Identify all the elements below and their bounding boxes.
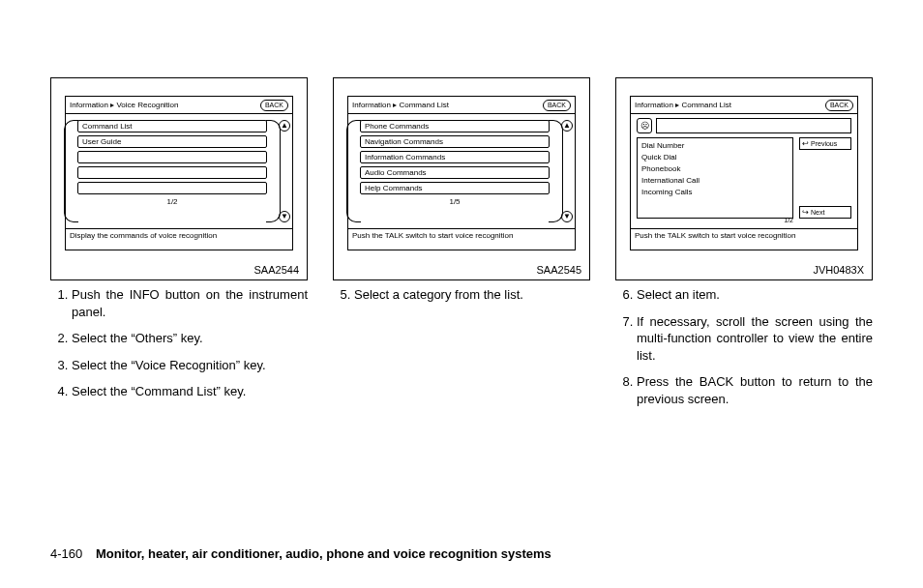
- manual-page: Information ▸ Voice Recognition BACK Com…: [0, 0, 923, 588]
- pager: 1/2: [77, 197, 267, 206]
- list-item[interactable]: Quick Dial: [641, 152, 789, 163]
- figure-caption: SAA2545: [537, 264, 581, 276]
- previous-button[interactable]: ↩Previous: [799, 137, 851, 150]
- pager: 1/5: [360, 197, 550, 206]
- scroll-arrows: ▲ ▼: [279, 114, 292, 228]
- status-bar: Display the commands of voice recognitio…: [66, 228, 292, 244]
- page-footer: 4-160 Monitor, heater, air conditioner, …: [50, 546, 551, 561]
- status-bar: Push the TALK switch to start voice reco…: [348, 228, 575, 244]
- list-item[interactable]: [77, 166, 267, 179]
- columns: Information ▸ Voice Recognition BACK Com…: [50, 77, 873, 417]
- speak-field[interactable]: [656, 118, 851, 133]
- step-3: Select the “Voice Recognition” key.: [72, 357, 308, 374]
- figure-c: Information ▸ Command List BACK ☹ Dial N…: [615, 77, 873, 280]
- column-2: Information ▸ Command List BACK Phone Co…: [333, 77, 590, 417]
- list-item[interactable]: Help Commands: [360, 182, 550, 194]
- list-item[interactable]: Phone Commands: [360, 120, 550, 132]
- list-item[interactable]: [77, 182, 267, 194]
- section-title: Monitor, heater, air conditioner, audio,…: [96, 546, 551, 561]
- talk-icon[interactable]: ☹: [637, 118, 652, 133]
- breadcrumb: Information ▸ Voice Recognition: [70, 101, 179, 109]
- previous-label: Previous: [811, 140, 837, 147]
- figure-caption: SAA2544: [254, 264, 299, 276]
- curve-left: [66, 114, 75, 228]
- list-item[interactable]: International Call: [641, 175, 789, 187]
- menu-list: Command List User Guide 1/2: [75, 114, 269, 228]
- next-label: Next: [811, 209, 824, 216]
- column-1: Information ▸ Voice Recognition BACK Com…: [50, 77, 308, 417]
- back-button[interactable]: BACK: [260, 100, 288, 111]
- list-item[interactable]: Phonebook: [641, 163, 789, 175]
- titlebar: Information ▸ Command List BACK: [348, 97, 575, 114]
- steps-list: Push the INFO button on the instrument p…: [50, 286, 308, 400]
- breadcrumb: Information ▸ Command List: [352, 101, 449, 109]
- step-1: Push the INFO button on the instrument p…: [72, 286, 308, 320]
- result-area: Dial Number Quick Dial Phonebook Interna…: [637, 137, 851, 219]
- next-button[interactable]: ↪Next: [799, 206, 851, 219]
- figure-caption: JVH0483X: [813, 264, 864, 276]
- menu-list: Phone Commands Navigation Commands Infor…: [358, 114, 551, 228]
- step-4: Select the “Command List” key.: [72, 383, 308, 400]
- back-button[interactable]: BACK: [543, 100, 571, 111]
- steps-list: Select a category from the list.: [333, 286, 590, 304]
- step-6: Select an item.: [637, 286, 873, 304]
- column-3: Information ▸ Command List BACK ☹ Dial N…: [615, 77, 873, 417]
- step-7: If necessary, scroll the screen using th…: [637, 313, 873, 365]
- curve-right: [551, 114, 561, 228]
- return-icon: ↪: [802, 208, 809, 217]
- screen-body: ☹ Dial Number Quick Dial Phonebook Inter…: [631, 114, 857, 228]
- nav-buttons: ↩Previous ↪Next: [799, 137, 851, 219]
- titlebar: Information ▸ Voice Recognition BACK: [66, 97, 292, 114]
- return-icon: ↩: [802, 139, 809, 148]
- page-number: 4-160: [50, 546, 82, 561]
- list-item[interactable]: Information Commands: [360, 151, 550, 163]
- scroll-arrows: ▲ ▼: [561, 114, 575, 228]
- screen-body: Phone Commands Navigation Commands Infor…: [348, 114, 575, 228]
- list-item[interactable]: Incoming Calls: [641, 187, 789, 198]
- screen-b: Information ▸ Command List BACK Phone Co…: [347, 96, 576, 250]
- speak-row: ☹: [637, 118, 851, 133]
- step-2: Select the “Others” key.: [72, 330, 308, 347]
- curve-right: [269, 114, 279, 228]
- steps-list: Select an item. If necessary, scroll the…: [615, 286, 873, 407]
- back-button[interactable]: BACK: [825, 100, 853, 111]
- breadcrumb: Information ▸ Command List: [635, 101, 731, 109]
- list-item[interactable]: Audio Commands: [360, 166, 550, 179]
- step-8: Press the BACK button to return to the p…: [637, 373, 873, 407]
- curve-left: [348, 114, 358, 228]
- list-item[interactable]: Navigation Commands: [360, 135, 550, 148]
- figure-a: Information ▸ Voice Recognition BACK Com…: [50, 77, 308, 280]
- titlebar: Information ▸ Command List BACK: [631, 97, 857, 114]
- list-item[interactable]: User Guide: [77, 135, 267, 148]
- figure-b: Information ▸ Command List BACK Phone Co…: [333, 77, 590, 280]
- status-bar: Push the TALK switch to start voice reco…: [631, 228, 857, 244]
- command-list-box: Dial Number Quick Dial Phonebook Interna…: [637, 137, 793, 219]
- step-5: Select a category from the list.: [354, 286, 590, 304]
- screen-a: Information ▸ Voice Recognition BACK Com…: [65, 96, 293, 250]
- list-item[interactable]: [77, 151, 267, 163]
- screen-body: Command List User Guide 1/2 ▲ ▼: [66, 114, 292, 228]
- list-item[interactable]: Command List: [77, 120, 267, 132]
- list-item[interactable]: Dial Number: [641, 140, 789, 152]
- screen-c: Information ▸ Command List BACK ☹ Dial N…: [630, 96, 858, 250]
